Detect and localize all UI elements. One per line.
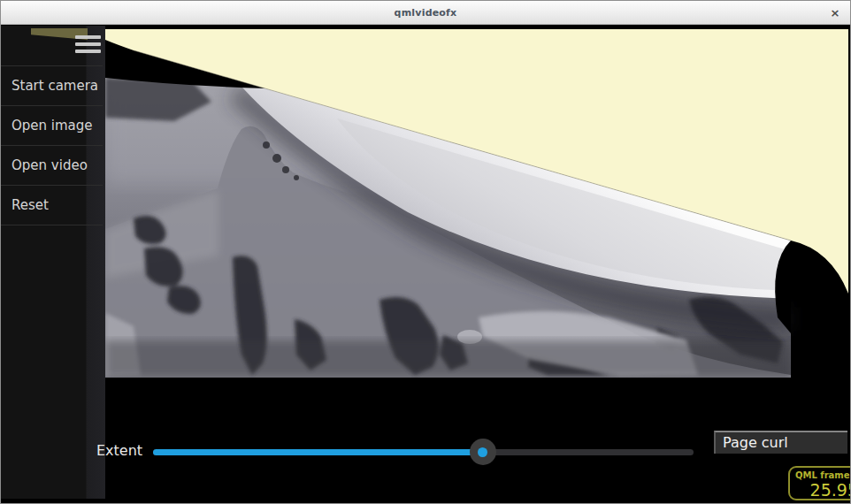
sidebar: Start camera Open image Open video Reset [1,26,105,499]
sidebar-menu: Start camera Open image Open video Reset [1,65,103,225]
hamburger-icon[interactable] [75,35,101,57]
slider-handle-dot [478,447,487,457]
fps-label: QML frame r... [795,470,850,480]
content-area: Start camera Open image Open video Reset… [1,26,850,503]
sidebar-item-open-image[interactable]: Open image [1,106,103,146]
app-window: qmlvideofx × [0,0,851,504]
effect-selector-button[interactable]: Page curl [714,431,847,454]
extent-slider[interactable] [153,439,694,465]
close-icon[interactable]: × [824,1,847,25]
window-title: qmlvideofx [395,7,457,19]
sidebar-item-reset[interactable]: Reset [1,186,103,225]
sidebar-item-open-video[interactable]: Open video [1,146,103,186]
sidebar-item-start-camera[interactable]: Start camera [1,66,103,106]
slider-fill [153,449,483,455]
slider-handle[interactable] [470,439,496,465]
extent-label: Extent [96,442,142,459]
fps-value: 25.95 [795,480,850,500]
fps-overlay: QML frame r... 25.95 [788,466,850,500]
titlebar[interactable]: qmlvideofx × [1,1,850,25]
